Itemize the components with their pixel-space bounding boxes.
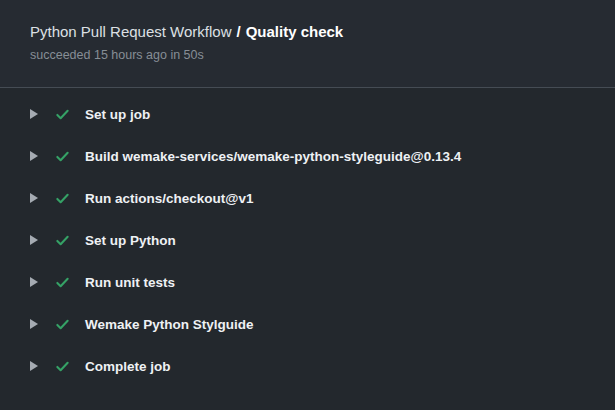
- success-check-icon: [55, 107, 70, 122]
- run-status-summary: succeeded 15 hours ago in 50s: [30, 48, 595, 62]
- step-label: Complete job: [85, 359, 171, 374]
- step-label: Wemake Python Stylguide: [85, 317, 254, 332]
- chevron-right-icon[interactable]: [30, 235, 38, 245]
- step-row-build-styleguide[interactable]: Build wemake-services/wemake-python-styl…: [0, 135, 615, 177]
- job-name: Quality check: [246, 23, 344, 40]
- step-label: Run unit tests: [85, 275, 175, 290]
- step-row-run-unit-tests[interactable]: Run unit tests: [0, 261, 615, 303]
- workflow-run-panel: Python Pull Request Workflow/Quality che…: [0, 0, 615, 410]
- step-row-wemake-styleguide[interactable]: Wemake Python Stylguide: [0, 303, 615, 345]
- success-check-icon: [55, 191, 70, 206]
- success-check-icon: [55, 317, 70, 332]
- success-check-icon: [55, 233, 70, 248]
- step-row-set-up-python[interactable]: Set up Python: [0, 219, 615, 261]
- workflow-name: Python Pull Request Workflow: [30, 23, 231, 40]
- step-label: Build wemake-services/wemake-python-styl…: [85, 149, 461, 164]
- success-check-icon: [55, 275, 70, 290]
- chevron-right-icon[interactable]: [30, 193, 38, 203]
- step-row-run-checkout[interactable]: Run actions/checkout@v1: [0, 177, 615, 219]
- chevron-right-icon[interactable]: [30, 277, 38, 287]
- step-row-complete-job[interactable]: Complete job: [0, 345, 615, 387]
- step-label: Set up job: [85, 107, 150, 122]
- step-row-set-up-job[interactable]: Set up job: [0, 93, 615, 135]
- run-header: Python Pull Request Workflow/Quality che…: [0, 0, 615, 88]
- chevron-right-icon[interactable]: [30, 109, 38, 119]
- success-check-icon: [55, 359, 70, 374]
- title-separator: /: [236, 23, 240, 40]
- steps-list: Set up job Build wemake-services/wemake-…: [0, 88, 615, 387]
- chevron-right-icon[interactable]: [30, 151, 38, 161]
- run-title: Python Pull Request Workflow/Quality che…: [30, 22, 595, 41]
- chevron-right-icon[interactable]: [30, 361, 38, 371]
- success-check-icon: [55, 149, 70, 164]
- step-label: Run actions/checkout@v1: [85, 191, 253, 206]
- chevron-right-icon[interactable]: [30, 319, 38, 329]
- step-label: Set up Python: [85, 233, 176, 248]
